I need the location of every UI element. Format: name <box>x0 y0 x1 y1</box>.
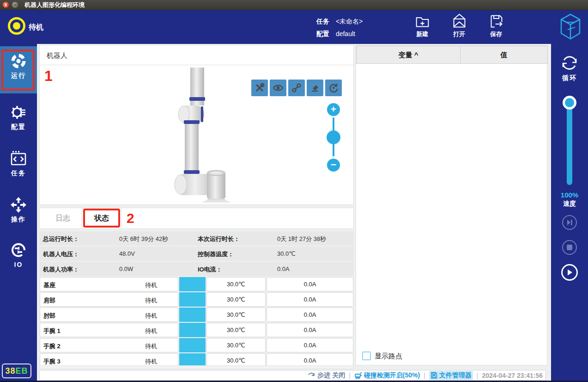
zoom-slider-handle[interactable] <box>327 130 340 144</box>
sidebar-label-io: IO <box>14 261 23 268</box>
new-task-button[interactable]: 新建 <box>408 14 436 42</box>
show-waypoints-checkbox[interactable] <box>362 351 371 360</box>
open-task-button[interactable]: 打开 <box>445 14 473 42</box>
open-envelope-icon <box>452 14 467 29</box>
step-mode-icon <box>308 372 315 379</box>
io-current-value: 0.0A <box>277 265 290 272</box>
voltage-temp-info-row: 机器人电压： 48.0V 控制器温度： 30.0℃ <box>39 246 354 261</box>
robot-panel-title: 机器人 <box>40 45 353 65</box>
horizontal-scrollbar[interactable] <box>39 365 354 369</box>
task-config-info: 任务 <未命名> 配置 default <box>316 15 363 40</box>
joint-temperature: 30.0℃ <box>206 277 266 291</box>
footer-separator: | <box>477 372 479 379</box>
waypoint-path-icon <box>291 83 302 93</box>
joint-temperature: 30.0℃ <box>206 338 266 352</box>
annotation-box-1 <box>1 49 35 91</box>
config-value: default <box>336 30 355 37</box>
brand-logo <box>559 13 582 43</box>
save-task-button[interactable]: 保存 <box>482 14 510 42</box>
zoom-out-button[interactable]: − <box>327 159 340 172</box>
viewport-visibility-button[interactable] <box>270 80 286 96</box>
joint-current: 0.0A <box>267 308 353 322</box>
badge-part-1: 38 <box>5 366 15 376</box>
speed-slider-track[interactable] <box>567 104 572 185</box>
value-column-header[interactable]: 值 <box>460 46 548 64</box>
joint-name: 手腕 2 <box>43 342 61 351</box>
step-forward-button[interactable] <box>562 215 577 230</box>
speed-slider-handle[interactable] <box>563 96 576 110</box>
eraser-icon <box>310 83 320 93</box>
runtime-info-row: 总运行时长： 0天 6时 39分 42秒 本次运行时长： 0天 1时 27分 3… <box>39 231 354 246</box>
play-button[interactable] <box>561 264 578 281</box>
speed-label: 速度 <box>551 200 588 208</box>
joint-current: 0.0A <box>267 292 353 307</box>
tools-icon <box>255 83 265 93</box>
joint-color-swatch <box>179 323 206 337</box>
viewport-path-button[interactable] <box>288 80 305 96</box>
joint-row-elbow: 肘部待机 30.0℃ 0.0A <box>39 308 354 322</box>
robot-status-light-icon <box>8 17 25 35</box>
annotation-number-2: 2 <box>127 210 134 226</box>
log-status-tabbar: 日志 状态 2 <box>39 208 354 229</box>
sidebar-item-task[interactable]: 任务 <box>0 150 37 178</box>
play-icon <box>566 269 573 276</box>
joint-state: 待机 <box>128 357 174 366</box>
viewport-reset-view-button[interactable] <box>325 80 342 96</box>
sidebar-label-task: 任务 <box>11 169 26 178</box>
joint-state: 待机 <box>128 296 174 305</box>
close-window-button[interactable]: x <box>2 1 9 8</box>
loop-label: 循环 <box>562 74 577 82</box>
step-mode-toggle[interactable]: 步进 关闭 <box>308 371 345 380</box>
io-cycle-icon <box>10 242 27 259</box>
right-sidebar: 循环 100% 速度 <box>551 44 588 382</box>
status-bar: 步进 关闭 | 碰撞检测开启(50%) | 文件管理器 | 2024-04-27… <box>39 370 546 381</box>
joint-temperature: 30.0℃ <box>206 292 266 307</box>
sidebar-label-operate: 操作 <box>11 216 26 224</box>
sidebar-label-config: 配置 <box>11 123 26 131</box>
minimize-window-button[interactable]: – <box>12 1 18 8</box>
sidebar-item-config[interactable]: 配置 <box>0 104 37 131</box>
file-manager-text: 文件管理器 <box>439 371 472 380</box>
variables-column-header[interactable]: 变量 ^ <box>356 46 461 64</box>
stop-button[interactable] <box>562 240 577 255</box>
viewport-tools-button[interactable] <box>251 80 268 96</box>
total-runtime-value: 0天 6时 39分 42秒 <box>119 235 168 243</box>
tab-separator <box>121 208 121 228</box>
robot-status-text: 待机 <box>29 23 43 32</box>
joint-color-swatch <box>179 308 206 322</box>
joint-current: 0.0A <box>267 338 353 352</box>
task-label: 任务 <box>316 18 329 25</box>
session-runtime-label: 本次运行时长： <box>198 235 240 243</box>
collision-detection-toggle[interactable]: 碰撞检测开启(50%) <box>354 371 420 380</box>
new-task-label: 新建 <box>416 30 428 38</box>
joint-state: 待机 <box>128 327 174 335</box>
annotation-number-1: 1 <box>44 68 53 85</box>
joint-name: 手腕 3 <box>43 357 61 366</box>
joint-name: 手腕 1 <box>43 327 61 335</box>
clock-timestamp: 2024-04-27 23:41:56 <box>482 372 543 379</box>
robot-power-label: 机器人功率： <box>43 265 79 274</box>
joint-current: 0.0A <box>267 323 353 337</box>
file-manager-button[interactable]: 文件管理器 <box>429 371 473 380</box>
session-runtime-value: 0天 1时 27分 38秒 <box>277 235 326 243</box>
tab-log[interactable]: 日志 <box>43 208 82 228</box>
sidebar-item-operate[interactable]: 操作 <box>0 197 37 224</box>
sidebar-item-io[interactable]: IO <box>0 242 37 268</box>
robot-power-value: 0.0W <box>119 265 133 272</box>
annotation-box-2 <box>83 209 120 228</box>
joint-row-shoulder: 肩部待机 30.0℃ 0.0A <box>39 292 354 307</box>
joint-name: 肩部 <box>43 296 55 305</box>
zoom-in-button[interactable]: + <box>327 103 340 116</box>
controller-temp-value: 30.0℃ <box>277 250 296 257</box>
robot-3d-viewport[interactable] <box>151 68 243 203</box>
operate-move-icon <box>10 197 27 213</box>
stop-icon <box>566 244 573 251</box>
variables-panel: 变量 ^ 值 显示路点 <box>356 45 547 365</box>
collision-detection-text: 碰撞检测开启(50%) <box>364 371 420 380</box>
footer-separator: | <box>349 372 351 379</box>
file-manager-icon <box>430 372 437 379</box>
viewport-erase-button[interactable] <box>307 80 323 96</box>
app-window: x – 机器人图形化编程环境 待机 任务 <未命名> 配置 default 新建 <box>0 0 588 382</box>
reset-view-icon <box>328 83 339 93</box>
loop-mode-button[interactable]: 循环 <box>551 53 588 82</box>
